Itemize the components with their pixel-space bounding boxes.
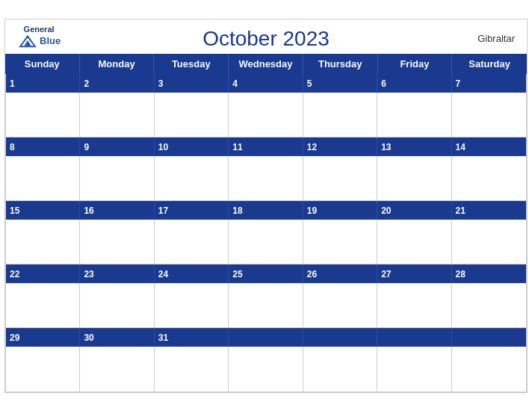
day-sunday: Sunday [5,54,80,74]
week5-mon-body [80,347,154,392]
week2-wed-body [229,156,303,201]
week4-thu-body [303,283,377,328]
week5-sun-body [6,347,80,392]
week1-thu-header: 5 [303,74,377,93]
week-1-body [6,93,526,137]
week3-sun-header: 15 [6,201,80,220]
week-3-header: 15 16 17 18 19 20 21 [6,201,526,220]
week1-fri-header: 6 [377,74,451,93]
logo-blue-text: Blue [40,36,61,46]
week3-mon-header: 16 [80,201,154,220]
week5-sat-body [452,347,526,392]
week2-tue-header: 10 [155,137,229,156]
calendar: General Blue October 2023 Gibraltar Sund… [4,19,528,393]
week4-fri-header: 27 [377,265,451,283]
day-monday: Monday [80,54,155,74]
week3-mon-body [80,220,154,265]
week4-sat-body [452,283,526,328]
week4-wed-body [229,283,303,328]
week1-sun-header: 1 [6,74,80,93]
week4-tue-body [155,283,229,328]
week4-sun-body [6,283,80,328]
week4-mon-body [80,283,154,328]
week1-wed-body [229,93,303,137]
week3-fri-header: 20 [377,201,451,220]
week3-thu-body [303,220,377,265]
week5-sun-header: 29 [6,328,80,347]
day-thursday: Thursday [303,54,378,74]
week4-sat-header: 28 [452,265,526,283]
week4-tue-header: 24 [155,265,229,283]
week3-tue-header: 17 [155,201,229,220]
week3-sun-body [6,220,80,265]
week2-mon-body [80,156,154,201]
week-2-body [6,156,526,201]
day-wednesday: Wednesday [229,54,303,74]
week-5-body [6,347,526,392]
week5-wed-body [229,347,303,392]
week5-thu-body [303,347,377,392]
week2-fri-body [377,156,451,201]
week3-thu-header: 19 [303,201,377,220]
week2-tue-body [155,156,229,201]
day-saturday: Saturday [452,54,527,74]
calendar-body: 1 2 3 4 5 6 7 8 9 10 11 12 13 14 [5,74,527,392]
calendar-header: General Blue October 2023 Gibraltar [5,19,527,54]
week2-thu-body [303,156,377,201]
week1-sat-body [452,93,526,137]
week5-tue-body [155,347,229,392]
country-label: Gibraltar [477,33,515,44]
week-4-body [6,283,526,328]
week5-tue-header: 31 [155,328,229,347]
week5-sat-header [452,328,526,347]
week-5-header: 29 30 31 [6,328,526,347]
week3-sat-body [452,220,526,265]
logo-icon [17,34,38,49]
day-tuesday: Tuesday [154,54,229,74]
day-friday: Friday [378,54,453,74]
week5-mon-header: 30 [80,328,154,347]
week1-mon-body [80,93,154,137]
week-3-body [6,220,526,265]
week1-tue-header: 3 [155,74,229,93]
week2-sat-body [452,156,526,201]
logo: General Blue [17,25,61,49]
week3-fri-body [377,220,451,265]
week2-mon-header: 9 [80,137,154,156]
week4-sun-header: 22 [6,265,80,283]
week5-fri-body [377,347,451,392]
week3-wed-header: 18 [229,201,303,220]
week2-sat-header: 14 [452,137,526,156]
week1-wed-header: 4 [229,74,303,93]
days-header: Sunday Monday Tuesday Wednesday Thursday… [5,54,527,74]
logo-general-text: General [24,25,55,34]
week2-sun-header: 8 [6,137,80,156]
week4-wed-header: 25 [229,265,303,283]
week1-fri-body [377,93,451,137]
week1-thu-body [303,93,377,137]
week2-thu-header: 12 [303,137,377,156]
calendar-title: October 2023 [202,27,330,51]
week2-wed-header: 11 [229,137,303,156]
week1-tue-body [155,93,229,137]
week1-sat-header: 7 [452,74,526,93]
week3-tue-body [155,220,229,265]
week5-thu-header [303,328,377,347]
week4-thu-header: 26 [303,265,377,283]
week2-sun-body [6,156,80,201]
week2-fri-header: 13 [377,137,451,156]
week5-wed-header [229,328,303,347]
week4-fri-body [377,283,451,328]
week1-sun-body [6,93,80,137]
week3-sat-header: 21 [452,201,526,220]
week-1-header: 1 2 3 4 5 6 7 [6,74,526,93]
week-4-header: 22 23 24 25 26 27 28 [6,265,526,283]
week-2-header: 8 9 10 11 12 13 14 [6,137,526,156]
week3-wed-body [229,220,303,265]
week1-mon-header: 2 [80,74,154,93]
week4-mon-header: 23 [80,265,154,283]
week5-fri-header [377,328,451,347]
